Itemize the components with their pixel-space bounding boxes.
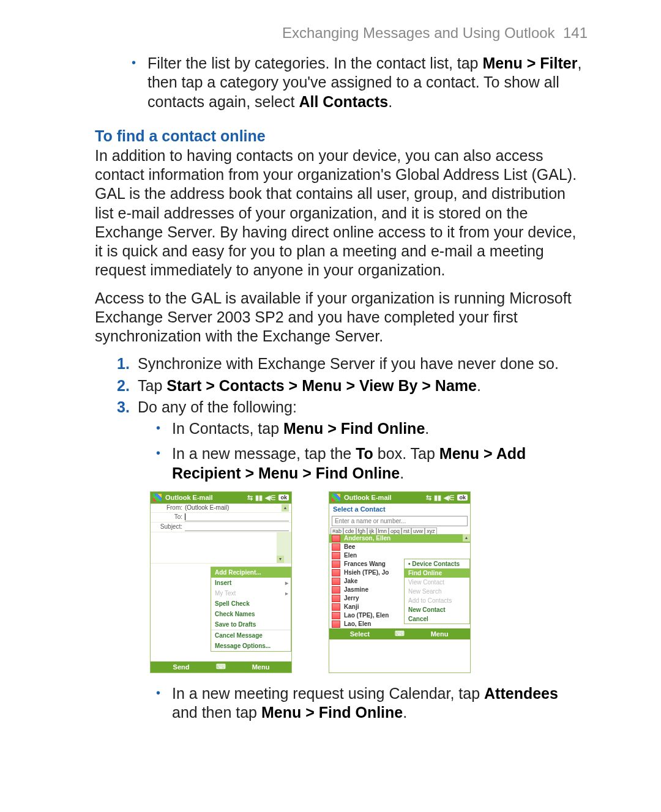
menu-insert[interactable]: Insert: [211, 578, 291, 588]
subject-label: Subject:: [153, 523, 185, 531]
ok-button[interactable]: ok: [457, 494, 468, 501]
text: .: [388, 93, 392, 110]
bold-text: Menu > Find Online: [283, 420, 425, 437]
contact-card-icon: [332, 569, 340, 576]
bullet-dot-icon: •: [132, 54, 148, 111]
text: .: [477, 377, 481, 394]
contact-name: Hsieh (TPE), Jo: [344, 569, 389, 576]
windows-flag-icon[interactable]: [153, 494, 162, 501]
menu-new-search[interactable]: New Search: [405, 587, 469, 596]
screenshots-row: Outlook E-mail ⇆ ▮▮ ◀∈ ok From: (Outlook…: [150, 491, 588, 673]
text-cursor-icon: [185, 513, 185, 520]
from-value: (Outlook E-mail): [185, 504, 282, 512]
contact-card-icon: [332, 561, 340, 568]
sync-icon[interactable]: ⇆: [247, 494, 253, 502]
menu-new-contact[interactable]: New Contact: [405, 605, 469, 614]
menu-view-contact[interactable]: View Contact: [405, 578, 469, 587]
alpha-tab[interactable]: xyz: [425, 527, 437, 534]
alpha-tab[interactable]: rst: [401, 527, 411, 534]
text: In Contacts, tap: [172, 420, 283, 437]
step-number: 3.: [117, 398, 138, 417]
subject-input[interactable]: [185, 523, 289, 531]
message-body-input[interactable]: ▾: [151, 532, 291, 563]
bullet-filter: • Filter the list by categories. In the …: [132, 54, 588, 111]
softkey-send[interactable]: Send: [151, 663, 212, 671]
menu-device-contacts[interactable]: • Device Contacts: [405, 559, 469, 568]
contact-menu-popup: • Device Contacts Find Online View Conta…: [404, 559, 470, 624]
alpha-tab[interactable]: lmn: [376, 527, 389, 534]
paragraph-1: In addition to having contacts on your d…: [95, 146, 588, 280]
contact-card-icon: [332, 612, 340, 619]
step-number: 1.: [117, 354, 138, 373]
scroll-up-icon[interactable]: ▴: [282, 504, 289, 512]
to-input[interactable]: [185, 513, 289, 521]
menu-cancel[interactable]: Cancel: [405, 614, 469, 624]
speaker-icon[interactable]: ◀∈: [265, 494, 276, 502]
contact-card-icon: [332, 578, 340, 585]
step-text: Synchronize with Exchange Server if you …: [138, 354, 559, 373]
alpha-tab[interactable]: cde: [343, 527, 356, 534]
softkey-menu[interactable]: Menu: [409, 630, 470, 638]
step-1: 1. Synchronize with Exchange Server if y…: [117, 354, 588, 373]
screenshot-new-message: Outlook E-mail ⇆ ▮▮ ◀∈ ok From: (Outlook…: [150, 491, 292, 673]
scroll-down-icon[interactable]: ▾: [277, 556, 284, 563]
menu-find-online[interactable]: Find Online: [405, 568, 469, 578]
menu-message-options[interactable]: Message Options...: [211, 641, 291, 651]
contact-name: Anderson, Ellen: [344, 535, 390, 542]
alpha-tab[interactable]: uvw: [411, 527, 425, 534]
contact-name: Jake: [344, 578, 357, 584]
speaker-icon[interactable]: ◀∈: [444, 494, 455, 502]
softkey-menu[interactable]: Menu: [230, 663, 291, 671]
ok-button[interactable]: ok: [278, 494, 289, 501]
scrollbar[interactable]: ▾: [277, 532, 284, 563]
menu-cancel-message[interactable]: Cancel Message: [211, 630, 291, 641]
contact-search-input[interactable]: Enter a name or number...: [332, 516, 468, 526]
alpha-tab[interactable]: #ab: [330, 527, 343, 534]
menu-check-names[interactable]: Check Names: [211, 609, 291, 619]
to-label: To:: [153, 513, 185, 521]
alpha-tab[interactable]: fgh: [356, 527, 368, 534]
sub-bullet-c: • In a new meeting request using Calenda…: [156, 684, 588, 723]
contact-name: Frances Wang: [344, 561, 386, 567]
contact-name: Lao (TPE), Elen: [344, 612, 389, 619]
alpha-tab[interactable]: ijk: [367, 527, 376, 534]
softkey-select[interactable]: Select: [329, 630, 390, 638]
bold-text: Menu > Filter: [482, 54, 577, 72]
softkey-bar: Select ⌨ Menu: [329, 628, 470, 639]
menu-spell-check[interactable]: Spell Check: [211, 598, 291, 609]
bold-text: All Contacts: [299, 93, 388, 110]
scroll-up-icon[interactable]: ▴: [463, 534, 470, 542]
from-label: From:: [153, 504, 185, 512]
signal-icon: ▮▮: [255, 494, 263, 502]
menu-save-to-drafts[interactable]: Save to Drafts: [211, 619, 291, 630]
contact-list: ▴ Anderson, Ellen Bee Elen Frances Wang …: [329, 534, 470, 628]
contact-card-icon: [332, 535, 340, 542]
sync-icon[interactable]: ⇆: [426, 494, 431, 502]
contact-row[interactable]: Bee: [329, 543, 470, 551]
alpha-tab[interactable]: opq: [389, 527, 401, 534]
contact-card-icon: [332, 603, 340, 611]
bold-text: Menu > Find Online: [261, 704, 403, 721]
menu-add-to-contacts[interactable]: Add to Contacts: [405, 596, 469, 605]
bold-text: Attendees: [484, 685, 558, 702]
text: .: [400, 464, 404, 482]
keyboard-icon[interactable]: ⌨: [390, 630, 409, 638]
text: .: [403, 704, 407, 721]
page-number: 141: [563, 24, 588, 41]
text: Filter the list by categories. In the co…: [148, 54, 482, 72]
contact-card-icon: [332, 552, 340, 559]
contact-row[interactable]: Anderson, Ellen: [329, 534, 470, 543]
contact-name: Bee: [344, 543, 355, 550]
contact-name: Lao, Elen: [344, 620, 371, 627]
windows-flag-icon[interactable]: [332, 494, 340, 501]
signal-icon: ▮▮: [434, 494, 441, 502]
menu-add-recipient[interactable]: Add Recipient...: [211, 567, 291, 578]
step-number: 2.: [117, 376, 138, 395]
menu-my-text[interactable]: My Text: [211, 588, 291, 598]
text: In a new message, tap the: [172, 445, 356, 462]
contact-card-icon: [332, 543, 340, 551]
text: In a new meeting request using Calendar,…: [172, 685, 484, 702]
text: and then tap: [172, 704, 261, 721]
contact-card-icon: [332, 620, 340, 628]
keyboard-icon[interactable]: ⌨: [212, 663, 230, 671]
